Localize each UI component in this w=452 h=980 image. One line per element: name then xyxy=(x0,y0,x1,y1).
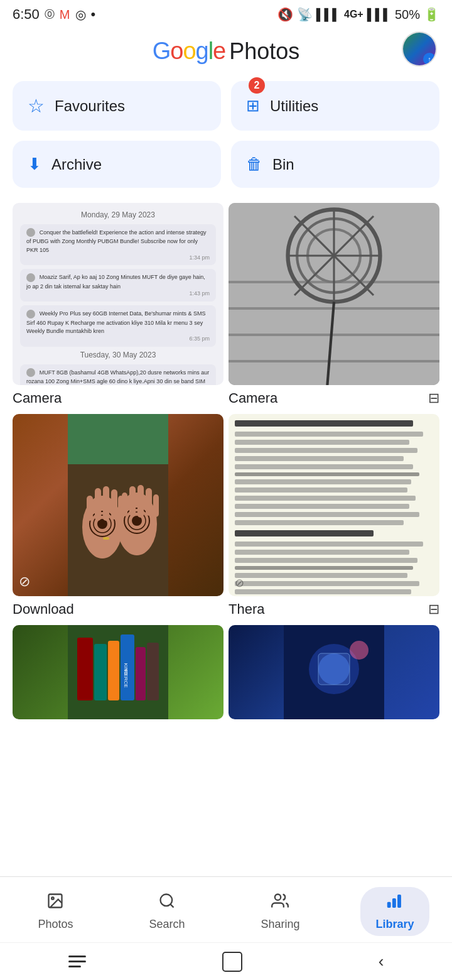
album-name-3: Download xyxy=(13,601,74,618)
svg-point-63 xyxy=(275,895,281,900)
utilities-badge: 2 xyxy=(249,77,265,94)
sharing-nav-icon xyxy=(271,892,289,914)
photos-title-text: Photos xyxy=(229,38,299,65)
photos-nav-icon xyxy=(46,892,64,914)
photo-label-4: Thera ⊟ xyxy=(229,601,439,618)
svg-rect-52 xyxy=(136,647,146,700)
svg-rect-32 xyxy=(103,486,109,521)
nav-library[interactable]: Library xyxy=(360,887,429,936)
nav-photos-label: Photos xyxy=(38,918,73,931)
signal2-icon: ▌▌▌ xyxy=(367,8,391,21)
nav-sharing-label: Sharing xyxy=(261,918,299,931)
svg-rect-44 xyxy=(103,537,109,540)
svg-rect-42 xyxy=(146,488,152,516)
back-button[interactable]: ‹ xyxy=(379,952,384,971)
nav-search-label: Search xyxy=(149,918,185,931)
svg-rect-40 xyxy=(129,486,136,516)
nav-search[interactable]: Search xyxy=(134,887,200,936)
system-navigation: ‹ xyxy=(0,942,452,980)
dot-icon: • xyxy=(91,6,96,23)
bin-icon: 🗑 xyxy=(246,155,262,174)
google-logo: Google xyxy=(153,38,226,65)
recents-button[interactable] xyxy=(68,956,86,967)
status-left: 6:50 ⓪ M ◎ • xyxy=(13,6,95,23)
svg-rect-64 xyxy=(387,902,390,907)
photo-item-1[interactable]: Monday, 29 May 2023 Conquer the battlefi… xyxy=(13,203,223,409)
app-header: Google Photos ↑ xyxy=(0,26,452,71)
album-select-icon-2: ⊟ xyxy=(428,390,439,406)
archive-button[interactable]: ⬇ Archive xyxy=(13,141,221,188)
archive-label: Archive xyxy=(51,156,102,173)
home-button[interactable] xyxy=(222,952,242,972)
svg-rect-43 xyxy=(153,494,159,517)
no-cloud-icon-3: ⊘ xyxy=(19,574,30,590)
photo-item-4[interactable]: ⊘ Thera ⊟ xyxy=(229,414,439,620)
battery-label: 50% xyxy=(395,8,420,22)
signal-icon: ▌▌▌ xyxy=(316,8,340,21)
album-name-4: Thera xyxy=(229,601,264,618)
photo-label-3: Download xyxy=(13,601,223,618)
svg-rect-47 xyxy=(94,644,107,700)
svg-line-62 xyxy=(170,904,173,907)
gmail-icon: M xyxy=(60,8,70,22)
carrier-icon: ⓪ xyxy=(45,8,55,21)
bottom-navigation: Photos Search Sharing Library xyxy=(0,876,452,942)
bin-button[interactable]: 🗑 Bin xyxy=(231,141,439,188)
bottom-photos: KIND FIERCE xyxy=(0,625,452,719)
photo-item-2[interactable]: Camera ⊟ xyxy=(229,203,439,409)
svg-rect-65 xyxy=(392,899,396,908)
status-bar: 6:50 ⓪ M ◎ • 🔇 📡 ▌▌▌ 4G+ ▌▌▌ 50% 🔋 xyxy=(0,0,452,26)
no-cloud-icon-4: ⊘ xyxy=(235,576,244,590)
app-title: Google Photos xyxy=(153,38,300,65)
utilities-icon: ⊞ xyxy=(246,96,260,116)
photo-label-2: Camera ⊟ xyxy=(229,390,439,406)
favourites-label: Favourites xyxy=(55,97,125,115)
photo-thumb-4: ⊘ xyxy=(229,414,439,596)
instagram-icon: ◎ xyxy=(75,7,86,22)
star-icon: ☆ xyxy=(28,95,45,117)
svg-point-60 xyxy=(52,897,55,900)
avatar[interactable]: ↑ xyxy=(402,31,437,67)
album-select-icon-4: ⊟ xyxy=(428,601,439,618)
quick-access-grid: ☆ Favourites 2 ⊞ Utilities ⬇ Archive 🗑 B… xyxy=(0,71,452,198)
bottom-photo-2[interactable] xyxy=(229,625,439,719)
svg-rect-48 xyxy=(108,641,119,700)
upload-badge: ↑ xyxy=(423,53,436,65)
svg-point-58 xyxy=(350,641,369,660)
svg-rect-46 xyxy=(77,638,93,700)
hotspot-icon: 📡 xyxy=(297,7,313,22)
status-right: 🔇 📡 ▌▌▌ 4G+ ▌▌▌ 50% 🔋 xyxy=(277,7,439,22)
svg-rect-39 xyxy=(122,493,127,516)
svg-rect-33 xyxy=(111,489,117,520)
photo-thumb-2 xyxy=(229,203,439,385)
time: 6:50 xyxy=(13,6,40,23)
photo-thumb-1: Monday, 29 May 2023 Conquer the battlefi… xyxy=(13,203,223,385)
library-nav-icon xyxy=(386,892,404,914)
svg-text:FIERCE: FIERCE xyxy=(123,669,129,687)
nav-sharing[interactable]: Sharing xyxy=(245,887,315,936)
svg-rect-53 xyxy=(147,643,159,700)
nav-photos[interactable]: Photos xyxy=(23,887,88,936)
battery-icon: 🔋 xyxy=(424,7,439,22)
utilities-button[interactable]: 2 ⊞ Utilities xyxy=(231,81,439,131)
svg-rect-57 xyxy=(318,653,350,685)
network-label: 4G+ xyxy=(344,9,363,20)
album-name-2: Camera xyxy=(229,390,277,406)
bin-label: Bin xyxy=(272,156,294,173)
photo-item-3[interactable]: ⊘ Download xyxy=(13,414,223,620)
svg-rect-30 xyxy=(87,496,93,521)
photo-thumb-3: ⊘ xyxy=(13,414,223,596)
bottom-photo-1[interactable]: KIND FIERCE xyxy=(13,625,223,719)
favourites-button[interactable]: ☆ Favourites xyxy=(13,81,221,131)
svg-point-61 xyxy=(160,895,172,906)
nav-library-label: Library xyxy=(375,918,414,931)
svg-rect-41 xyxy=(137,485,144,518)
archive-icon: ⬇ xyxy=(28,155,41,174)
album-name-1: Camera xyxy=(13,390,62,406)
photo-grid: Monday, 29 May 2023 Conquer the battlefi… xyxy=(0,198,452,625)
search-nav-icon xyxy=(158,892,176,914)
svg-rect-31 xyxy=(95,488,101,521)
photo-label-1: Camera xyxy=(13,390,223,406)
mute-icon: 🔇 xyxy=(277,7,293,22)
utilities-label: Utilities xyxy=(270,97,318,115)
